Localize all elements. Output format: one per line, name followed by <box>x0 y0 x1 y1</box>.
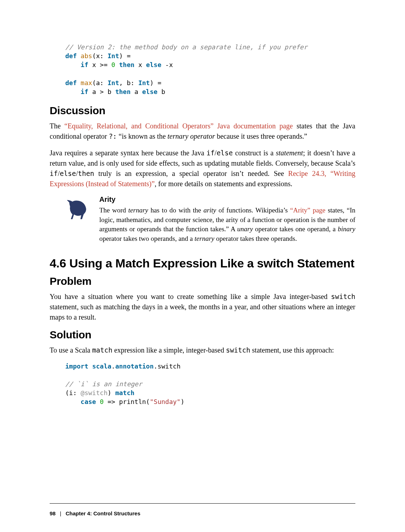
note-paragraph: The word ternary has to do with the arit… <box>99 206 355 243</box>
heading-solution: Solution <box>50 329 355 341</box>
heading-discussion: Discussion <box>50 105 355 117</box>
solution-paragraph: To use a Scala match expression like a s… <box>50 345 355 355</box>
footer-rule <box>50 503 355 504</box>
discussion-paragraph-1: The “Equality, Relational, and Condition… <box>50 121 355 142</box>
code-block-2: import scala.annotation.switch // `i` is… <box>65 362 355 406</box>
heading-section-4-6: 4.6 Using a Match Expression Like a swit… <box>50 256 355 270</box>
problem-paragraph: You have a situation where you want to c… <box>50 292 355 322</box>
heading-problem: Problem <box>50 275 355 287</box>
code-comment: // Version 2: the method body on a separ… <box>65 43 307 51</box>
footer-separator: | <box>60 510 61 516</box>
discussion-paragraph-2: Java requires a separate syntax here bec… <box>50 148 355 189</box>
crow-icon <box>65 195 91 245</box>
page-footer: 98 | Chapter 4: Control Structures <box>50 510 355 516</box>
code-block-1: // Version 2: the method body on a separ… <box>65 43 355 96</box>
note-body: Arity The word ternary has to do with th… <box>99 195 355 245</box>
link-arity-wikipedia[interactable]: “Arity” page <box>290 206 325 214</box>
link-java-docs[interactable]: “Equality, Relational, and Conditional O… <box>65 122 293 130</box>
page: // Version 2: the method body on a separ… <box>0 0 405 532</box>
page-number: 98 <box>50 510 56 516</box>
note-title: Arity <box>99 195 355 204</box>
note-arity: Arity The word ternary has to do with th… <box>65 195 355 245</box>
chapter-label: Chapter 4: Control Structures <box>66 510 140 516</box>
